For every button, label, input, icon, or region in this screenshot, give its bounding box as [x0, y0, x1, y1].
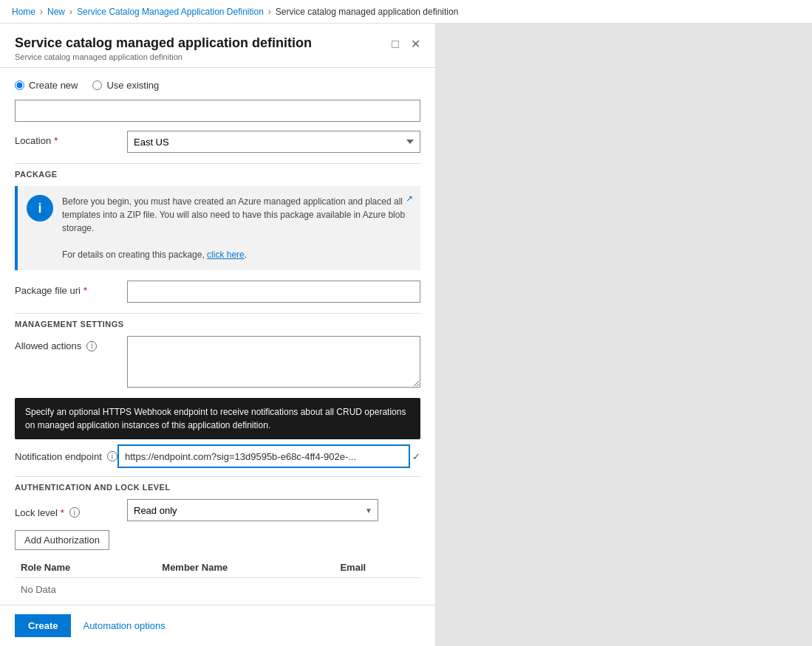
table-header: Role Name Member Name Email: [15, 557, 420, 578]
lock-level-label: Lock level * i: [15, 503, 118, 518]
allowed-actions-label: Allowed actions i: [15, 336, 118, 351]
close-button[interactable]: ✕: [408, 35, 423, 52]
breadcrumb-current: Service catalog managed application defi…: [276, 7, 459, 17]
panel-subtitle: Service catalog managed application defi…: [15, 52, 420, 61]
authorization-table: Role Name Member Name Email No Data: [15, 557, 420, 601]
tooltip-text: Specify an optional HTTPS Webhook endpoi…: [25, 407, 406, 430]
lock-level-required: *: [61, 507, 64, 518]
add-authorization-button[interactable]: Add Authorization: [15, 530, 109, 550]
table-body: No Data: [15, 578, 420, 602]
lock-level-select[interactable]: None Can Not Delete Read only: [127, 499, 378, 521]
management-divider: [15, 313, 420, 314]
breadcrumb-home[interactable]: Home: [12, 7, 35, 17]
no-data-cell: No Data: [15, 578, 420, 602]
info-box: i Before you begin, you must have create…: [15, 186, 420, 270]
package-uri-required: *: [83, 285, 87, 296]
panel-footer: Create Automation options: [0, 605, 435, 646]
notification-check-icon: ✓: [412, 451, 420, 462]
radio-use-existing-input[interactable]: [92, 80, 102, 90]
package-uri-label: Package file uri *: [15, 281, 118, 296]
management-section-label: MANAGEMENT SETTINGS: [15, 320, 420, 329]
allowed-actions-info-icon[interactable]: i: [86, 341, 97, 351]
location-required: *: [54, 135, 58, 146]
notification-endpoint-row: Notification endpoint i ✓: [15, 445, 420, 467]
notification-endpoint-input[interactable]: [118, 445, 409, 467]
create-button[interactable]: Create: [15, 614, 71, 637]
location-select[interactable]: East US West US West US 2 North Europe W…: [127, 131, 420, 153]
notification-info-icon[interactable]: i: [107, 451, 117, 461]
allowed-actions-row: Allowed actions i: [15, 336, 420, 388]
panel-title: Service catalog managed application defi…: [15, 35, 420, 51]
resource-group-options: Create new Use existing: [15, 80, 420, 91]
breadcrumb-sep-3: ›: [268, 7, 271, 17]
breadcrumb: Home › New › Service Catalog Managed App…: [0, 0, 812, 24]
package-uri-row: Package file uri *: [15, 281, 420, 303]
allowed-actions-input[interactable]: [127, 336, 420, 388]
notification-endpoint-label: Notification endpoint i: [15, 451, 118, 462]
radio-create-new[interactable]: Create new: [15, 80, 78, 91]
auth-section-label: AUTHENTICATION AND LOCK LEVEL: [15, 483, 420, 492]
location-row: Location * East US West US West US 2 Nor…: [15, 131, 420, 153]
table-no-data-row: No Data: [15, 578, 420, 602]
minimize-button[interactable]: □: [389, 35, 402, 52]
notification-input-wrapper: ✓: [118, 445, 420, 467]
radio-create-new-input[interactable]: [15, 80, 24, 90]
lock-level-row: Lock level * i None Can Not Delete Read …: [15, 499, 420, 521]
breadcrumb-new[interactable]: New: [47, 7, 65, 17]
breadcrumb-catalog[interactable]: Service Catalog Managed Application Defi…: [77, 7, 264, 17]
info-icon: i: [27, 195, 53, 221]
col-email: Email: [334, 557, 420, 578]
info-link[interactable]: click here: [207, 250, 245, 260]
name-field-row: [15, 100, 420, 122]
package-section-label: PACKAGE: [15, 170, 420, 179]
lock-level-info-icon[interactable]: i: [69, 507, 80, 518]
tooltip-popup: Specify an optional HTTPS Webhook endpoi…: [15, 398, 420, 439]
package-divider: [15, 163, 420, 164]
info-text: Before you begin, you must have created …: [62, 195, 412, 261]
radio-create-new-label: Create new: [29, 80, 78, 91]
col-member-name: Member Name: [156, 557, 334, 578]
package-uri-input[interactable]: [127, 281, 420, 303]
radio-use-existing[interactable]: Use existing: [92, 80, 159, 91]
name-input[interactable]: [15, 100, 420, 122]
col-role-name: Role Name: [15, 557, 156, 578]
breadcrumb-sep-1: ›: [40, 7, 43, 17]
breadcrumb-sep-2: ›: [69, 7, 72, 17]
auth-divider: [15, 476, 420, 477]
ext-link-icon[interactable]: ↗: [406, 193, 413, 204]
location-label: Location *: [15, 131, 118, 146]
right-panel: [436, 24, 812, 646]
automation-options-link[interactable]: Automation options: [83, 620, 165, 631]
lock-select-wrapper: None Can Not Delete Read only ▼: [127, 499, 378, 521]
radio-use-existing-label: Use existing: [106, 80, 159, 91]
